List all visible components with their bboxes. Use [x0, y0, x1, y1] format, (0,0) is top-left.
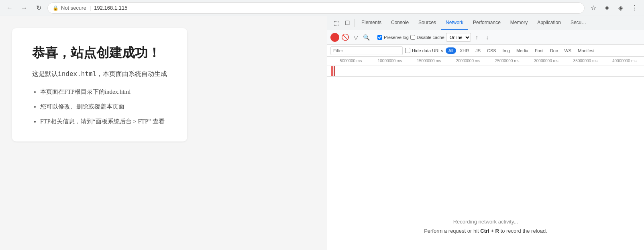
timeline-label-5: 25000000 ms	[488, 59, 527, 63]
lock-icon: 🔒	[53, 5, 59, 11]
stop-button[interactable]: 🚫	[341, 33, 350, 42]
tab-application[interactable]: Application	[532, 16, 566, 30]
page-subtitle: 这是默认index.html，本页面由系统自动生成	[32, 70, 167, 78]
timeline-label-6: 30000000 ms	[527, 59, 566, 63]
filter-tag-font[interactable]: Font	[532, 47, 546, 54]
filter-tag-css[interactable]: CSS	[484, 47, 499, 54]
timeline-label-3: 15000000 ms	[410, 59, 448, 63]
filter-input[interactable]	[330, 46, 403, 55]
timeline-label-2: 10000000 ms	[370, 59, 409, 63]
filter-tag-media[interactable]: Media	[514, 47, 531, 54]
chrome-menu-button[interactable]: ⋮	[629, 2, 640, 14]
tab-network[interactable]: Network	[441, 16, 468, 30]
browser-titlebar: ← → ↻ 🔒 Not secure | 192.168.1.115 ☆ ● ◈…	[0, 0, 644, 16]
filter-tag-js[interactable]: JS	[473, 47, 483, 54]
url-text: 192.168.1.115	[94, 5, 127, 11]
filter-button[interactable]: ▽	[351, 33, 360, 42]
filter-tag-manifest[interactable]: Manifest	[575, 47, 597, 54]
tab-performance[interactable]: Performance	[468, 16, 505, 30]
record-button[interactable]	[330, 33, 339, 42]
preserve-log-checkbox[interactable]	[377, 35, 382, 40]
timeline-area: 5000000 ms 10000000 ms 15000000 ms 20000…	[327, 57, 644, 77]
browser-window: ← → ↻ 🔒 Not secure | 192.168.1.115 ☆ ● ◈…	[0, 0, 644, 250]
export-button[interactable]: ↓	[483, 33, 492, 42]
not-secure-label: Not secure	[61, 5, 86, 11]
page-title: 恭喜，站点创建成功！	[32, 44, 167, 62]
timeline-label-1: 5000000 ms	[331, 59, 370, 63]
filter-tag-doc[interactable]: Doc	[547, 47, 561, 54]
main-area: 恭喜，站点创建成功！ 这是默认index.html，本页面由系统自动生成 本页面…	[0, 16, 644, 250]
page-content: 恭喜，站点创建成功！ 这是默认index.html，本页面由系统自动生成 本页面…	[0, 16, 327, 250]
list-item: FTP相关信息，请到“面板系统后台 > FTP” 查看	[40, 118, 167, 125]
filter-tags: All XHR JS CSS Img Media	[446, 47, 597, 54]
timeline-labels: 5000000 ms 10000000 ms 15000000 ms 20000…	[327, 57, 644, 66]
timeline-bar-area	[327, 66, 644, 77]
hide-data-urls-checkbox[interactable]	[405, 48, 410, 53]
back-button[interactable]: ←	[4, 2, 15, 14]
tab-sources[interactable]: Sources	[414, 16, 441, 30]
content-list: 本页面在FTP根目录下的index.html 您可以修改、删除或覆盖本页面 FT…	[32, 88, 167, 125]
network-throttle-select[interactable]: Online	[446, 33, 471, 42]
tab-elements[interactable]: Elements	[357, 16, 386, 30]
timeline-label-8: 40000000 ms	[605, 59, 644, 63]
list-item: 您可以修改、删除或覆盖本页面	[40, 103, 167, 111]
browser-actions: ☆ ● ◈ ⋮	[588, 2, 640, 14]
timeline-marker-2	[334, 66, 335, 76]
filter-tag-img[interactable]: Img	[500, 47, 513, 54]
url-separator: |	[90, 5, 91, 11]
forward-button[interactable]: →	[18, 2, 30, 14]
reload-button[interactable]: ↻	[33, 2, 44, 14]
disable-cache-checkbox[interactable]	[410, 35, 415, 40]
inspect-element-button[interactable]: ⬚	[330, 17, 342, 29]
toolbar-separator-1	[374, 33, 374, 41]
tab-console[interactable]: Console	[386, 16, 414, 30]
timeline-label-7: 35000000 ms	[566, 59, 605, 63]
filter-bar: Hide data URLs All XHR JS CSS	[327, 45, 644, 57]
address-bar[interactable]: 🔒 Not secure | 192.168.1.115	[47, 2, 585, 14]
disable-cache-label[interactable]: Disable cache	[410, 35, 444, 40]
recording-status: Recording network activity...	[453, 219, 518, 225]
filter-tag-all[interactable]: All	[446, 47, 456, 54]
hide-data-urls-label[interactable]: Hide data URLs	[405, 48, 443, 53]
devtools-toolbar: 🚫 ▽ 🔍 Preserve log Disable cache Online …	[327, 30, 644, 45]
filter-tag-ws[interactable]: WS	[561, 47, 574, 54]
preserve-log-label[interactable]: Preserve log	[377, 35, 409, 40]
network-empty-state: Recording network activity... Perform a …	[327, 77, 644, 250]
tab-security[interactable]: Secu…	[566, 16, 591, 30]
empty-state-hint: Perform a request or hit Ctrl + R to rec…	[424, 228, 547, 234]
star-button[interactable]: ☆	[588, 2, 599, 14]
filter-tag-xhr[interactable]: XHR	[457, 47, 472, 54]
import-button[interactable]: ↑	[473, 33, 481, 42]
profile-button[interactable]: ●	[601, 2, 613, 14]
timeline-label-4: 20000000 ms	[448, 59, 487, 63]
extension-button[interactable]: ◈	[615, 2, 626, 14]
device-toggle-button[interactable]: ☐	[342, 17, 353, 29]
devtools-tabs: Elements Console Sources Network Perform…	[357, 16, 641, 30]
content-card: 恭喜，站点创建成功！ 这是默认index.html，本页面由系统自动生成 本页面…	[12, 28, 187, 141]
devtools-panel: ⬚ ☐ Elements Console Sources Network	[327, 16, 644, 250]
topbar-separator	[355, 19, 355, 27]
devtools-topbar: ⬚ ☐ Elements Console Sources Network	[327, 16, 644, 30]
timeline-marker	[331, 66, 333, 76]
list-item: 本页面在FTP根目录下的index.html	[40, 88, 167, 96]
tab-memory[interactable]: Memory	[505, 16, 532, 30]
search-button[interactable]: 🔍	[362, 33, 371, 42]
